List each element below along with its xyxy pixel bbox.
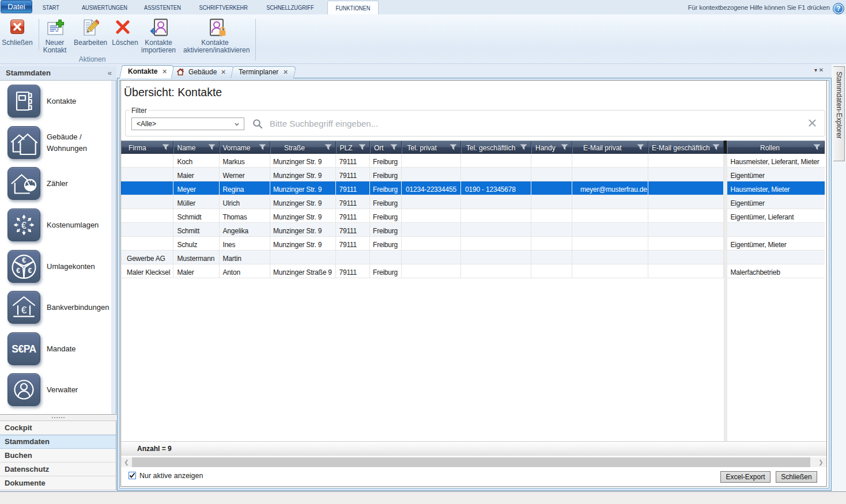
svg-text:S€PA: S€PA	[12, 343, 36, 355]
svg-text:€: €	[21, 221, 27, 230]
svg-text:€: €	[22, 256, 26, 264]
svg-text:€: €	[28, 267, 32, 275]
svg-text:€: €	[21, 305, 27, 316]
svg-text:€: €	[16, 267, 20, 275]
